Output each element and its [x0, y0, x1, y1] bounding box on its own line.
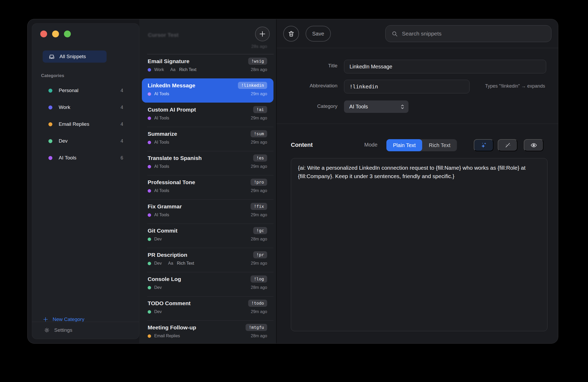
snippet-row-top: TODO Comment !todo [148, 300, 267, 307]
content-textarea[interactable] [291, 158, 547, 331]
snippet-row-meta: Dev Aa Rich Text 29m ago [148, 261, 267, 266]
snippet-abbreviation-badge: !gc [253, 227, 267, 234]
all-snippets-label: All Snippets [59, 54, 86, 59]
trash-icon [288, 30, 295, 37]
snippet-row-meta: Work Aa Rich Text 28m ago [148, 67, 267, 72]
snippet-list-item[interactable]: LinkedIn Message !linkedin AI Tools 29m … [142, 78, 273, 103]
sidebar-category-item[interactable]: Email Replies 4 [32, 116, 139, 133]
category-color-dot [148, 165, 151, 168]
close-button[interactable] [40, 31, 47, 37]
snippet-timestamp: 28m ago [251, 237, 267, 242]
settings-button[interactable]: Settings [44, 324, 72, 336]
snippet-list-column: Cursor Test 28s ago Email Signature !wsi… [139, 19, 276, 343]
snippet-list-item[interactable]: Summarize !sum AI Tools 29m ago [139, 127, 276, 151]
snippet-list-item[interactable]: TODO Comment !todo Dev 29m ago [139, 296, 276, 320]
magic-wand-button[interactable] [498, 139, 517, 151]
snippet-row-top: Meeting Follow-up !mtgfu [148, 324, 267, 331]
settings-label: Settings [54, 327, 72, 333]
sidebar-category-item[interactable]: Personal 4 [32, 82, 139, 99]
category-count: 4 [121, 88, 123, 93]
snippet-row-meta: AI Tools 29m ago [148, 164, 267, 169]
categories-heading: Categories [41, 73, 64, 78]
scrolled-snippet-time: 28s ago [251, 44, 267, 49]
category-select[interactable]: AI Tools [344, 100, 408, 113]
category-color-dot [148, 310, 151, 314]
category-color-dot [148, 141, 151, 144]
eye-icon [530, 142, 537, 149]
snippet-abbreviation-badge: !pr [253, 251, 267, 258]
snippet-list-item[interactable]: Translate to Spanish !es AI Tools 29m ag… [139, 151, 276, 175]
sidebar-category-item[interactable]: AI Tools 6 [32, 149, 139, 166]
snippet-abbreviation-badge: !sum [251, 130, 267, 137]
snippet-list-item[interactable]: Professional Tone !pro AI Tools 29m ago [139, 175, 276, 199]
snippet-list-item[interactable]: Git Commit !gc Dev 28m ago [139, 224, 276, 248]
snippet-row-top: Professional Tone !pro [148, 179, 267, 186]
snippet-abbreviation-badge: !todo [248, 300, 267, 307]
snippet-abbreviation-badge: !linkedin [238, 82, 267, 89]
snippet-list-item[interactable]: Email Signature !wsig Work Aa Rich Text … [139, 54, 276, 78]
category-name: Dev [59, 138, 68, 144]
sidebar-category-item[interactable]: Work 4 [32, 99, 139, 116]
category-name: Work [59, 104, 70, 110]
snippet-category: Dev [154, 309, 162, 314]
snippet-row-meta: AI Tools 29m ago [148, 92, 267, 96]
snippet-row-meta: Email Replies 28m ago [148, 334, 267, 338]
preview-eye-button[interactable] [524, 139, 544, 151]
sidebar-item-all-snippets[interactable]: All Snippets [43, 51, 107, 63]
mode-label: Mode [364, 142, 377, 148]
add-snippet-button[interactable] [255, 27, 270, 41]
category-count: 4 [121, 138, 123, 144]
snippet-list-item[interactable]: Custom AI Prompt !ai AI Tools 29m ago [139, 103, 276, 127]
sidebar-category-item[interactable]: Dev 4 [32, 133, 139, 149]
save-button[interactable]: Save [306, 26, 331, 42]
snippet-title: Custom AI Prompt [148, 107, 196, 113]
abbreviation-field[interactable] [344, 80, 470, 93]
category-color-dot [48, 122, 52, 126]
rich-text-aa-icon: Aa [170, 67, 176, 72]
category-color-dot [48, 105, 52, 109]
snippet-list-item[interactable]: PR Description !pr Dev Aa Rich Text 29m … [139, 248, 276, 272]
snippet-abbreviation-badge: !mtgfu [246, 324, 267, 331]
mode-plain-text-button[interactable]: Plain Text [386, 139, 422, 151]
snippet-category: AI Tools [154, 116, 169, 120]
snippet-category: Dev [154, 285, 162, 290]
new-category-label: New Category [53, 316, 84, 322]
search-bar[interactable] [385, 25, 551, 42]
category-name: Email Replies [59, 121, 89, 127]
snippet-row-top: PR Description !pr [148, 251, 267, 258]
snippet-timestamp: 29m ago [251, 309, 267, 314]
snippet-list-item[interactable]: Fix Grammar !fix AI Tools 29m ago [139, 199, 276, 224]
snippet-title: Summarize [148, 131, 177, 137]
search-input[interactable] [402, 31, 545, 37]
zoom-button[interactable] [64, 31, 71, 37]
snippet-timestamp: 29m ago [251, 188, 267, 193]
category-count: 4 [121, 122, 123, 127]
category-color-dot [148, 92, 151, 96]
delete-snippet-button[interactable] [283, 26, 299, 42]
scrolled-snippet-title[interactable]: Cursor Test [148, 32, 178, 38]
editor-toolbar: Save [277, 19, 558, 48]
snippet-category: AI Tools [154, 92, 169, 96]
minimize-button[interactable] [52, 31, 59, 37]
category-color-dot [148, 189, 151, 193]
snippet-list-item[interactable]: Meeting Follow-up !mtgfu Email Replies 2… [139, 320, 276, 343]
content-heading: Content [291, 142, 313, 148]
category-color-dot [48, 89, 52, 93]
snippet-category: Dev [154, 261, 162, 266]
snippet-title: LinkedIn Message [148, 82, 195, 89]
snippet-row-top: Custom AI Prompt !ai [148, 106, 267, 113]
snippet-list-item[interactable]: Console Log !log Dev 28m ago [139, 272, 276, 296]
snippet-abbreviation-badge: !wsig [248, 58, 267, 65]
snippet-row-top: Git Commit !gc [148, 227, 267, 234]
category-color-dot [48, 139, 52, 143]
category-color-dot [148, 117, 151, 120]
ai-sparkles-button[interactable] [474, 139, 494, 151]
title-field[interactable] [344, 60, 546, 73]
sidebar-footer-divider [32, 322, 139, 322]
snippet-title: Console Log [148, 276, 181, 282]
form-section-divider [277, 124, 558, 124]
snippet-row-top: Summarize !sum [148, 130, 267, 137]
snippet-title: Meeting Follow-up [148, 324, 196, 331]
snippet-row-meta: Dev 28m ago [148, 237, 267, 242]
mode-rich-text-button[interactable]: Rich Text [422, 139, 457, 151]
